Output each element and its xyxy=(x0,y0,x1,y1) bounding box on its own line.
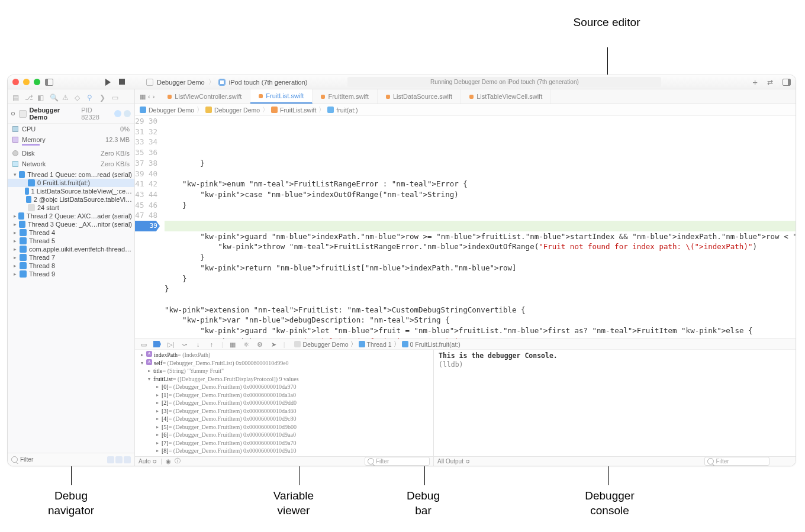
variable-row[interactable]: ▸[5] = (Debugger_Demo.FruitItem) 0x00006… xyxy=(135,423,433,431)
back-button[interactable]: ‹ xyxy=(148,93,150,101)
callout-variable-viewer: Variable viewer xyxy=(264,489,323,518)
library-button[interactable]: + xyxy=(752,77,758,87)
find-nav-icon[interactable]: 🔍 xyxy=(50,93,57,100)
variable-row[interactable]: ▸[8] = (Debugger_Demo.FruitItem) 0x00006… xyxy=(135,447,433,455)
project-nav-icon[interactable]: ▤ xyxy=(12,93,20,100)
report-nav-icon[interactable]: ▭ xyxy=(112,93,120,100)
editor-tab[interactable]: FruitItem.swift xyxy=(313,89,377,104)
code-review-button[interactable]: ⇄ xyxy=(767,78,773,86)
filter-button[interactable] xyxy=(107,456,114,463)
thread-row[interactable]: 2 @objc ListDataSource.tableVi… xyxy=(8,195,134,204)
filter-icon xyxy=(11,456,18,463)
debug-jump-bar[interactable]: Debugger Demo〉 Thread 1〉 0 FruitList.fru… xyxy=(294,340,460,349)
thread-row[interactable]: ▸Thread 4 xyxy=(8,228,134,237)
breakpoint-nav-icon[interactable]: ❯ xyxy=(99,93,107,100)
breakpoint-marker[interactable]: 39 xyxy=(135,221,160,231)
variable-row[interactable]: ▸[7] = (Debugger_Demo.FruitItem) 0x00006… xyxy=(135,439,433,447)
console-prompt: (lldb) xyxy=(439,360,796,369)
console-output: This is the debugger Console. xyxy=(439,352,796,360)
thread-row[interactable]: ▾Thread 1 Queue: com…read (serial) xyxy=(8,170,134,179)
breakpoints-toggle[interactable] xyxy=(153,341,161,347)
thread-row[interactable]: ▸com.apple.uikit.eventfetch-thread… xyxy=(8,245,134,253)
project-icon xyxy=(140,107,146,113)
variable-row[interactable]: ▸[0] = (Debugger_Demo.FruitItem) 0x00006… xyxy=(135,383,433,391)
thread-row[interactable]: ▸Thread 3 Queue: _AX…nitor (serial) xyxy=(8,220,134,228)
symbol-nav-icon[interactable]: ◧ xyxy=(37,93,45,100)
variable-row[interactable]: ▾Aself = (Debugger_Demo.FruitList) 0x000… xyxy=(135,359,433,367)
filter-input[interactable] xyxy=(20,456,106,463)
console-output-mode[interactable]: All Output ≎ xyxy=(437,458,470,465)
editor-tab[interactable]: ListDataSource.swift xyxy=(378,89,461,104)
variable-viewer[interactable]: ▸AindexPath = (IndexPath) ▾Aself = (Debu… xyxy=(135,350,434,456)
quicklook-icon[interactable]: ◉ xyxy=(166,458,171,465)
minimize-icon[interactable] xyxy=(23,79,30,85)
memory-graph-icon[interactable]: ⚛ xyxy=(243,340,250,348)
source-control-nav-icon[interactable]: ⎇ xyxy=(25,93,33,100)
execution-line: ≡ Thread 1: breakpoint 4.1 (1) xyxy=(165,221,796,231)
step-out-button[interactable]: ↑ xyxy=(208,340,215,348)
method-icon xyxy=(327,107,334,113)
variable-row[interactable]: ▾fruitList = ([Debugger_Demo.FruitDispla… xyxy=(135,375,433,383)
run-button[interactable] xyxy=(105,79,111,86)
hide-debug-icon[interactable]: ▭ xyxy=(140,340,147,348)
step-over-button[interactable]: ⤻ xyxy=(181,340,188,348)
disclosure-icon[interactable] xyxy=(11,112,15,115)
variable-row[interactable]: ▸[4] = (Debugger_Demo.FruitItem) 0x00006… xyxy=(135,415,433,423)
thread-row[interactable]: ▸Thread 2 Queue: AXC…ader (serial) xyxy=(8,212,134,220)
filter-button[interactable] xyxy=(115,456,123,463)
editor-tab[interactable]: ListViewController.swift xyxy=(159,89,250,104)
swift-file-icon xyxy=(386,95,390,99)
toggle-inspector-icon[interactable] xyxy=(783,79,791,86)
thread-row[interactable]: 1 ListDataSource.tableView(_:ce… xyxy=(8,187,134,195)
print-icon[interactable]: ⓘ xyxy=(175,457,181,465)
variables-mode[interactable]: Auto ≎ xyxy=(139,458,157,465)
view-debug-icon[interactable]: ▦ xyxy=(229,340,237,348)
console-filter[interactable]: Filter xyxy=(704,457,769,466)
editor-tab[interactable]: ListTableViewCell.swift xyxy=(461,89,551,104)
gauge-row[interactable]: DiskZero KB/s xyxy=(8,148,134,159)
gauge-row[interactable]: CPU0% xyxy=(8,124,134,134)
filter-button[interactable] xyxy=(124,456,131,463)
variable-row[interactable]: ▸[2] = (Debugger_Demo.FruitItem) 0x00006… xyxy=(135,399,433,407)
scheme-selector[interactable]: Debugger Demo 〉 iPod touch (7th generati… xyxy=(146,78,307,86)
forward-button[interactable]: › xyxy=(153,93,155,101)
variables-filter[interactable]: Filter xyxy=(365,457,430,466)
navigator-tabs[interactable]: ▤ ⎇ ◧ 🔍 ⚠ ◇ ⚲ ❯ ▭ xyxy=(8,89,134,104)
step-into-button[interactable]: ↓ xyxy=(194,340,202,348)
environment-icon[interactable]: ⚙ xyxy=(256,340,264,348)
debug-nav-icon[interactable]: ⚲ xyxy=(87,93,95,100)
badge-icon xyxy=(114,110,121,117)
swift-file-icon xyxy=(321,95,325,99)
gauge-row[interactable]: NetworkZero KB/s xyxy=(8,159,134,169)
location-icon[interactable]: ➤ xyxy=(270,340,278,348)
stop-button[interactable] xyxy=(119,79,125,85)
thread-row[interactable]: ▸Thread 5 xyxy=(8,237,134,245)
swift-file-icon xyxy=(259,94,263,98)
thread-row[interactable]: ▸Thread 9 xyxy=(8,270,134,278)
app-icon xyxy=(19,110,27,118)
thread-row[interactable]: ▸Thread 7 xyxy=(8,253,134,262)
variable-row[interactable]: ▸AindexPath = (IndexPath) xyxy=(135,351,433,359)
zoom-icon[interactable] xyxy=(34,79,40,85)
variable-row[interactable]: ▸[6] = (Debugger_Demo.FruitItem) 0x00006… xyxy=(135,431,433,439)
thread-row[interactable]: 24 start xyxy=(8,204,134,212)
issue-nav-icon[interactable]: ⚠ xyxy=(62,93,70,100)
close-icon[interactable] xyxy=(12,79,19,85)
variable-row[interactable]: ▸[3] = (Debugger_Demo.FruitItem) 0x00006… xyxy=(135,407,433,415)
device-icon xyxy=(218,79,226,86)
related-items-icon[interactable]: ▦ xyxy=(140,93,146,101)
test-nav-icon[interactable]: ◇ xyxy=(75,93,82,100)
thread-row[interactable]: 0 FruitList.fruit(at:) xyxy=(8,179,134,187)
project-name: Debugger Demo xyxy=(30,107,79,121)
process-row[interactable]: Debugger Demo PID 82328 xyxy=(8,104,134,124)
jump-bar[interactable]: Debugger Demo〉 Debugger Demo〉 FruitList.… xyxy=(135,104,796,116)
variable-row[interactable]: ▸title = (String) "Yummy Fruit" xyxy=(135,367,433,375)
toggle-navigator-icon[interactable] xyxy=(45,79,53,86)
variable-row[interactable]: ▸[1] = (Debugger_Demo.FruitItem) 0x00006… xyxy=(135,391,433,399)
source-editor[interactable]: 29 30 31 32 33 34 35 36 37 38 39 40 41 4… xyxy=(135,116,796,338)
destination-name: iPod touch (7th generation) xyxy=(229,79,308,86)
thread-row[interactable]: ▸Thread 8 xyxy=(8,262,134,270)
editor-tab[interactable]: FruitList.swift xyxy=(250,89,313,104)
debugger-console[interactable]: This is the debugger Console. (lldb) xyxy=(434,350,796,456)
continue-button[interactable]: ▷| xyxy=(167,340,175,348)
